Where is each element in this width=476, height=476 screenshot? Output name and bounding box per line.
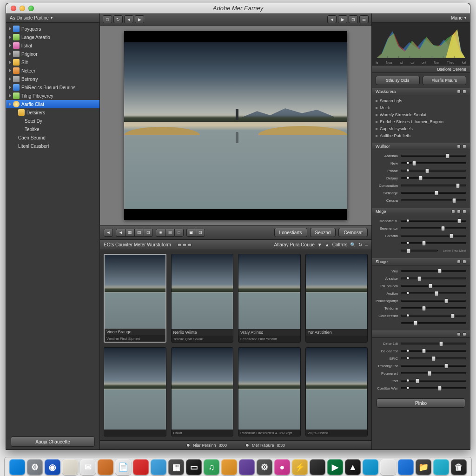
dock-app-icon[interactable]	[239, 459, 255, 475]
dock-app-icon[interactable]	[151, 459, 166, 475]
slider[interactable]: Cexsra	[376, 197, 466, 204]
filter-icon[interactable]: ▲	[325, 242, 330, 247]
sidebar-item[interactable]: Tepitke	[6, 125, 99, 133]
preset-item[interactable]: Smaan Lgfs	[376, 97, 466, 104]
footer-knob-a[interactable]	[186, 443, 190, 447]
inspector-tab-b[interactable]: Flusfis Prsurs	[423, 76, 467, 85]
toggle-icon[interactable]	[457, 90, 461, 93]
toolbar-button[interactable]: ◄	[327, 15, 337, 23]
sidebar-item[interactable]: Poyquers	[6, 25, 99, 33]
dock-app-icon[interactable]	[398, 459, 414, 475]
dock-app-icon[interactable]: 📄	[115, 459, 131, 475]
view-mode-button[interactable]: ⊡	[144, 229, 153, 237]
slider[interactable]: Sidioege	[376, 189, 466, 197]
variation-thumbnail[interactable]: Poreirlan Lifesisirten & Ds-Sigrt	[238, 347, 301, 436]
toolbar-button[interactable]: ▶	[338, 15, 347, 23]
slider[interactable]: Porartin	[376, 232, 466, 239]
footer-knob-b[interactable]	[245, 443, 249, 447]
toggle-icon[interactable]	[451, 210, 455, 213]
search-icon[interactable]: 🔍	[350, 242, 356, 247]
panel-icon[interactable]	[463, 145, 466, 148]
dock-app-icon[interactable]: ●	[274, 459, 290, 475]
preset-item[interactable]: Caprsh tsysuloe's	[376, 125, 466, 132]
dock-app-icon[interactable]	[310, 459, 325, 475]
preview-viewport[interactable]	[100, 26, 371, 226]
dock-app-icon[interactable]: ⚙	[257, 459, 272, 475]
toolbar-button[interactable]: ▶	[135, 15, 144, 23]
sidebar-item[interactable]: Lange Areatio	[6, 33, 99, 41]
sidebar-item[interactable]: Betrorry	[6, 75, 99, 83]
slider[interactable]: Pourrerert	[376, 370, 466, 377]
panel-icon[interactable]	[463, 332, 466, 336]
sidebar-item[interactable]: Litenl Cassberi	[6, 142, 99, 150]
toggle-icon[interactable]	[457, 332, 461, 336]
slider[interactable]: Conooation	[376, 182, 466, 189]
view-mode-button[interactable]: □	[174, 229, 184, 237]
dock-app-icon[interactable]: ▭	[186, 459, 202, 475]
dock-app-icon[interactable]: 🗑	[451, 459, 467, 475]
view-mode-button[interactable]: ▤	[134, 229, 144, 237]
variation-thumbnail[interactable]: Vraly AtlinsoFeneretee Dirit Yostntt	[238, 254, 301, 343]
panel-icon[interactable]	[463, 90, 466, 93]
triangle-down-icon[interactable]: ▼	[317, 242, 322, 247]
slider[interactable]: Ceresfrennt	[376, 312, 466, 319]
view-mode-button[interactable]: ■	[156, 229, 165, 237]
slider[interactable]: Arsiion	[376, 290, 466, 297]
sidebar-item[interactable]: Detsirers	[6, 108, 99, 117]
action-button-3[interactable]: Cernosat	[338, 228, 368, 237]
sidebar-bottom-button[interactable]: Aauja Chaueette	[11, 436, 95, 447]
section-shape-header[interactable]: Shuge	[372, 258, 470, 265]
slider[interactable]: Deipay	[376, 174, 466, 182]
slider[interactable]: Contitor Wer	[376, 384, 466, 392]
action-button-1[interactable]: Lonestiarts	[274, 228, 307, 237]
close-icon[interactable]: –	[365, 242, 368, 247]
slider[interactable]	[376, 239, 466, 247]
sidebar-item[interactable]: Neteer	[6, 66, 99, 75]
preset-item[interactable]: Exirlohe Steises L-hameir_Ragrrin	[376, 118, 466, 125]
sidebar-header[interactable]: As Dinsicle Partine▾	[6, 13, 99, 23]
variation-thumbnail[interactable]: Nerlio WiinteTerolie Çart Sronrt	[171, 254, 234, 343]
toolbar-button[interactable]: ☰	[359, 15, 369, 23]
slider[interactable]: Teidorre	[376, 304, 466, 312]
toolbar-button[interactable]: □	[103, 15, 112, 23]
sidebar-item[interactable]: Priginor	[6, 50, 99, 58]
dock-app-icon[interactable]	[98, 459, 113, 475]
slider[interactable]: Celoar Tor	[376, 347, 466, 355]
dock-app-icon[interactable]: 📁	[416, 459, 431, 475]
slider[interactable]: Prosrlgy Tar	[376, 362, 466, 370]
slider[interactable]: Pilupmiorn	[376, 282, 466, 290]
dock-app-icon[interactable]	[62, 459, 78, 475]
slider[interactable]: Manaftie V.	[376, 217, 466, 225]
view-mode-button[interactable]: ▦	[125, 229, 134, 237]
dock-app-icon[interactable]: ⚡	[292, 459, 308, 475]
section-presets-header[interactable]: Waskorera	[372, 88, 470, 95]
dock-app-icon[interactable]	[433, 459, 449, 475]
toggle-icon[interactable]	[457, 260, 461, 264]
loop-icon[interactable]: ↻	[358, 242, 362, 247]
slider[interactable]: Aandalo	[376, 152, 466, 159]
action-button-2[interactable]: Seuznd	[310, 228, 336, 237]
panel-icon[interactable]	[463, 210, 466, 213]
toggle-icon[interactable]	[457, 145, 461, 148]
dock-app-icon[interactable]: ▦	[168, 459, 184, 475]
dock-app-icon[interactable]: ✉	[80, 459, 96, 475]
sidebar-item[interactable]: Setei Dy	[6, 117, 99, 125]
section-basic-header[interactable]: Wulfnor	[372, 143, 470, 150]
view-mode-button[interactable]: ⊡	[196, 229, 205, 237]
view-option-icon[interactable]	[188, 243, 192, 247]
dock-app-icon[interactable]	[380, 459, 396, 475]
dock-app-icon[interactable]	[133, 459, 149, 475]
view-mode-button[interactable]: ◄	[116, 229, 125, 237]
apply-button[interactable]: Pinko	[377, 398, 465, 408]
sidebar-item[interactable]: Silt	[6, 58, 99, 66]
view-mode-button[interactable]: ▣	[186, 229, 196, 237]
toolbar-button[interactable]: ⊡	[349, 15, 358, 23]
section-merge-header[interactable]: Mege	[372, 208, 470, 215]
variation-thumbnail[interactable]: Wijits-Cisted	[305, 347, 368, 436]
dock-app-icon[interactable]	[363, 459, 378, 475]
sidebar-item[interactable]: PhiRecics Busurd Deurins	[6, 83, 99, 92]
preset-item[interactable]: Wureify Strersicle Sinalat	[376, 111, 466, 118]
sidebar-item[interactable]: lishal	[6, 41, 99, 50]
dock-app-icon[interactable]: ▲	[345, 459, 361, 475]
sidebar-item[interactable]: Aarfio Cliat	[6, 100, 99, 108]
